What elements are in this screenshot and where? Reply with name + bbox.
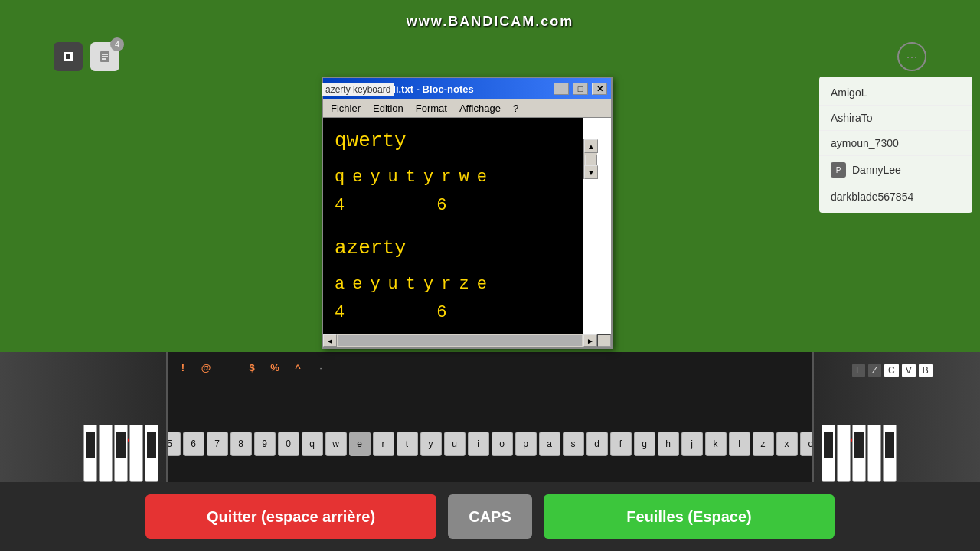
- user-dannylee-name: DannyLee: [852, 164, 901, 176]
- users-sidebar: AmigoL AshiraTo aymoun_7300 P DannyLee d…: [819, 77, 972, 213]
- ellipsis-icon: ···: [906, 49, 917, 65]
- minimize-button[interactable]: _: [554, 83, 569, 95]
- key-i[interactable]: i: [468, 432, 489, 456]
- center-piano: ! @ $ % ^ · 1 2 3 4 5 6 7 8 9 0 q w e r …: [168, 352, 812, 482]
- menu-affichage[interactable]: Affichage: [453, 101, 507, 116]
- record-icon[interactable]: [54, 42, 83, 71]
- label-L: L: [852, 364, 865, 377]
- azerty-keyboard-label: azerty keyboard: [322, 83, 394, 96]
- special-symbols-row: ! @ $ % ^ ·: [168, 352, 812, 383]
- notification-badge: 4: [110, 37, 124, 51]
- menu-format[interactable]: Format: [410, 101, 453, 116]
- key-d[interactable]: d: [586, 432, 608, 456]
- key-w[interactable]: w: [325, 432, 347, 456]
- key-k[interactable]: k: [705, 432, 727, 456]
- key-r[interactable]: r: [373, 432, 394, 456]
- sym-exclaim: !: [172, 362, 194, 373]
- right-piano-keys: [822, 425, 897, 482]
- key-z[interactable]: z: [753, 432, 774, 456]
- user-ashirato[interactable]: AshiraTo: [819, 106, 972, 131]
- menu-fichier[interactable]: Fichier: [325, 101, 367, 116]
- key-7[interactable]: 7: [207, 432, 228, 456]
- hscroll-track: [338, 335, 582, 346]
- user-dannylee-icon: P: [831, 162, 846, 178]
- key-p[interactable]: p: [515, 432, 537, 456]
- scroll-down-arrow[interactable]: ▼: [584, 165, 598, 179]
- notepad-menubar: Fichier Edition Format Affichage ?: [323, 99, 611, 118]
- key-t[interactable]: t: [397, 432, 418, 456]
- key-h[interactable]: h: [658, 432, 679, 456]
- user-amigol-name: AmigoL: [831, 86, 867, 99]
- key-9[interactable]: 9: [254, 432, 276, 456]
- right-key-labels: L Z C V B: [852, 364, 933, 377]
- resize-handle[interactable]: [597, 334, 611, 347]
- notepad-content[interactable]: qwerty qeyutyrwe 46 azerty aeyutyrze 46: [323, 118, 583, 334]
- label-C: C: [884, 364, 899, 377]
- user-aymoun-name: aymoun_7300: [831, 137, 899, 149]
- user-darkblade[interactable]: darkblade567854: [819, 184, 972, 209]
- key-e[interactable]: e: [349, 432, 371, 456]
- feuilles-button[interactable]: Feuilles (Espace): [544, 494, 835, 539]
- sym-dot: ·: [310, 362, 332, 373]
- top-left-icons: 4: [54, 42, 119, 71]
- sym-caret: ^: [287, 362, 309, 373]
- vertical-scrollbar[interactable]: ▲ ▼: [583, 139, 597, 179]
- scroll-left-arrow[interactable]: ◄: [323, 334, 337, 347]
- notification-icon-wrapper: 4: [90, 42, 119, 71]
- bottom-buttons-bar: Quitter (espace arrière) CAPS Feuilles (…: [0, 482, 980, 551]
- sym-at: @: [195, 362, 217, 373]
- key-s[interactable]: s: [563, 432, 584, 456]
- main-keys-row: 1 2 3 4 5 6 7 8 9 0 q w e r t y u i o p …: [168, 406, 812, 482]
- user-amigol[interactable]: AmigoL: [819, 80, 972, 106]
- caps-button[interactable]: CAPS: [448, 494, 532, 539]
- user-darkblade-name: darkblade567854: [831, 191, 913, 203]
- key-y[interactable]: y: [420, 432, 442, 456]
- key-g[interactable]: g: [634, 432, 655, 456]
- horizontal-scrollbar[interactable]: ◄ ►: [323, 334, 611, 347]
- piano-area: L Z C V B ! @ $ % ^ · 1 2 3 4 5 6 7 8: [0, 352, 980, 482]
- user-dannylee[interactable]: P DannyLee: [819, 156, 972, 184]
- key-f[interactable]: f: [610, 432, 632, 456]
- label-Z: Z: [868, 364, 881, 377]
- user-ashirato-name: AshiraTo: [831, 112, 872, 124]
- label-V: V: [902, 364, 916, 377]
- key-x[interactable]: x: [776, 432, 798, 456]
- key-0[interactable]: 0: [278, 432, 299, 456]
- quit-button[interactable]: Quitter (espace arrière): [145, 494, 436, 539]
- bandicam-watermark: www.BANDICAM.com: [407, 14, 573, 30]
- notepad-window: 📄 plc kid cudi.txt - Bloc-notes _ □ ✕ Fi…: [322, 77, 612, 349]
- key-a[interactable]: a: [539, 432, 560, 456]
- key-6[interactable]: 6: [183, 432, 204, 456]
- key-u[interactable]: u: [444, 432, 466, 456]
- key-l[interactable]: l: [729, 432, 750, 456]
- scroll-right-arrow[interactable]: ►: [583, 334, 597, 347]
- scroll-up-arrow[interactable]: ▲: [584, 139, 598, 153]
- user-aymoun[interactable]: aymoun_7300: [819, 131, 972, 156]
- close-button[interactable]: ✕: [592, 83, 607, 95]
- piano-right-cap: L Z C V B: [812, 352, 980, 482]
- key-q[interactable]: q: [302, 432, 323, 456]
- piano-left-cap: [0, 352, 168, 482]
- key-j[interactable]: j: [681, 432, 703, 456]
- menu-help[interactable]: ?: [507, 101, 524, 116]
- maximize-button[interactable]: □: [573, 83, 588, 95]
- sym-dollar: $: [241, 362, 263, 373]
- left-piano-keys: [83, 425, 158, 482]
- menu-edition[interactable]: Edition: [367, 101, 410, 116]
- key-o[interactable]: o: [492, 432, 513, 456]
- key-8[interactable]: 8: [230, 432, 252, 456]
- sym-percent: %: [264, 362, 286, 373]
- svg-rect-1: [66, 54, 70, 59]
- label-B: B: [919, 364, 933, 377]
- more-options-icon[interactable]: ···: [897, 42, 926, 71]
